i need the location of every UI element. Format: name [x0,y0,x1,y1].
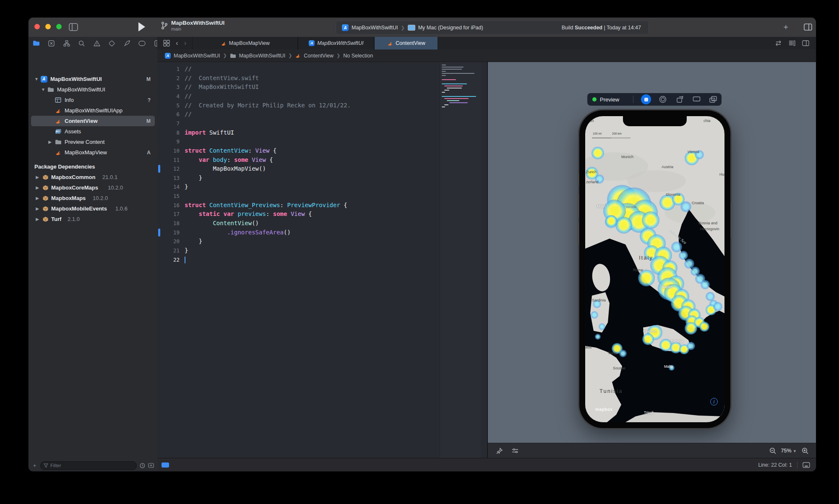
code-line[interactable]: 16struct ContentView_Previews: PreviewPr… [157,201,488,210]
back-chevron-icon[interactable]: ‹ [176,39,178,47]
toggle-navigator-icon[interactable] [69,23,78,31]
sidebar-item-package[interactable]: ▶ MapboxCoreMaps 10.2.0 [31,182,155,193]
disclosure-chevron-icon[interactable]: ▶ [35,175,39,179]
code-line[interactable]: 20 } [157,237,488,246]
disclosure-chevron-icon[interactable]: ▼ [41,87,45,92]
sidebar-item-package[interactable]: ▶ MapboxMaps 10.2.0 [31,193,155,203]
disclosure-chevron-icon[interactable]: ▶ [35,196,39,200]
breakpoint-navigator-icon[interactable] [138,40,146,47]
test-navigator-icon[interactable] [108,40,115,47]
sidebar-item-app-file[interactable]: MapBoxWithSwiftUIApp [31,105,155,116]
code-line[interactable]: 12 MapBoxMapView() [157,164,488,174]
issue-navigator-icon[interactable] [93,40,100,47]
map-label: aba [585,345,591,349]
code-line[interactable]: 18 ContentView() [157,219,488,228]
tab-mapboxmapview[interactable]: MapBoxMapView [192,37,298,49]
swap-editors-icon[interactable] [775,40,782,46]
preview-status-dot [592,97,597,101]
map-info-icon[interactable]: i [710,398,718,405]
preview-canvas: Preview [488,62,816,443]
add-editor-plus-icon[interactable]: ＋ [782,23,789,31]
sidebar-item-project-root[interactable]: ▼ A MapBoxWithSwiftUI M [31,74,155,84]
recent-files-clock-icon[interactable] [140,463,145,468]
scheme-selector[interactable]: A MapBoxWithSwiftUI ❯ My Mac (Designed f… [336,24,489,31]
code-line[interactable]: 22 [157,255,488,265]
debug-navigator-icon[interactable] [123,40,130,47]
full-screen-preview-icon[interactable] [803,462,810,468]
symbol-navigator-icon[interactable] [63,40,70,47]
map-label: Bosnia and [698,221,717,225]
line-number: 22 [157,255,180,265]
zoom-out-icon[interactable] [769,447,776,454]
package-version: 1.0.6 [115,205,128,212]
code-line[interactable]: 11 var body: some View { [157,156,488,165]
code-line[interactable]: 4// [157,92,488,101]
code-line[interactable]: 21} [157,246,488,255]
split-editor-icon[interactable] [802,40,809,46]
editor-minimap[interactable] [440,62,481,458]
code-line[interactable]: 14} [157,182,488,192]
disclosure-chevron-icon[interactable]: ▶ [35,217,39,221]
code-line[interactable]: 2// ContentView.swift [157,74,488,83]
sidebar-item-assets[interactable]: Assets [31,126,155,137]
forward-chevron-icon[interactable]: › [184,39,187,47]
minimap-toggle-icon[interactable] [789,40,795,46]
tab-contentview[interactable]: ContentView [374,37,438,49]
sidebar-item-package[interactable]: ▶ MapboxMobileEvents 1.0.6 [31,203,155,214]
breadcrumb-selection[interactable]: No Selection [343,53,373,59]
titlebar: MapBoxWithSwiftUI main A MapBoxWithSwift… [29,18,816,37]
device-settings-icon[interactable] [690,96,703,103]
sidebar-item-preview-content[interactable]: ▶ Preview Content [31,137,155,147]
breadcrumb-project[interactable]: MapBoxWithSwiftUI [174,53,220,59]
code-line[interactable]: 6// [157,110,488,119]
breadcrumb-file[interactable]: ContentView [304,53,334,59]
add-file-plus-icon[interactable]: ＋ [32,462,37,469]
code-line[interactable]: 9 [157,137,488,146]
code-line[interactable]: 15 [157,192,488,201]
disclosure-chevron-icon[interactable]: ▶ [35,185,39,190]
rotate-device-icon[interactable] [673,96,686,103]
code-line[interactable]: 13 } [157,174,488,183]
disclosure-chevron-icon[interactable]: ▼ [34,77,39,81]
sidebar-item-info[interactable]: Info ? [31,95,155,105]
close-window-button[interactable] [34,24,40,29]
duplicate-preview-icon[interactable] [707,96,719,103]
iphone-screen-map[interactable]: urtchia100 mi200 kmMunichViennaAustriaHu… [585,116,724,422]
minimize-window-button[interactable] [45,24,51,29]
sidebar-item-package[interactable]: ▶ Turf 2.1.0 [31,214,155,224]
editor-layout-icon[interactable] [804,23,812,31]
breadcrumb-group[interactable]: MapBoxWithSwiftUI [239,53,285,59]
sidebar-item-mapboxmapview[interactable]: MapBoxMapView A [31,147,155,158]
related-items-icon[interactable] [163,40,170,47]
code-line[interactable]: 3// MapBoxWithSwiftUI [157,83,488,92]
source-control-navigator-icon[interactable] [48,40,55,47]
disclosure-chevron-icon[interactable]: ▶ [48,140,52,144]
code-line[interactable]: 17 static var previews: some View { [157,210,488,219]
code-line[interactable]: 5// Created by Moritz Philip Recke on 12… [157,101,488,110]
tab-mapboxwithswiftui[interactable]: A MapBoxWithSwiftUI [298,37,374,49]
code-line[interactable]: 8import SwiftUI [157,128,488,138]
code-editor[interactable]: 1//2// ContentView.swift3// MapBoxWithSw… [157,62,488,458]
live-preview-button[interactable] [640,94,652,104]
project-navigator-icon[interactable] [33,40,40,47]
sidebar-item-group[interactable]: ▼ MapBoxWithSwiftUI [31,84,155,95]
build-status[interactable]: Build Succeeded | Today at 14:47 [562,25,649,31]
filter-input[interactable]: Filter [40,461,137,470]
preview-options-icon[interactable] [512,448,519,454]
zoom-level-button[interactable]: 75% ▼ [781,448,797,454]
code-line[interactable]: 10struct ContentView: View { [157,146,488,156]
sidebar-item-contentview[interactable]: ContentView M [31,116,155,126]
code-line[interactable]: 7 [157,119,488,128]
iphone-device-frame: urtchia100 mi200 kmMunichViennaAustriaHu… [579,110,730,428]
sidebar-item-package[interactable]: ▶ MapboxCommon 21.0.1 [31,172,155,182]
code-line[interactable]: 1// [157,65,488,74]
zoom-window-button[interactable] [56,24,62,29]
scm-status-filter-icon[interactable] [148,463,154,468]
selectable-mode-icon[interactable] [657,96,669,103]
code-line[interactable]: 19 .ignoresSafeArea() [157,228,488,237]
disclosure-chevron-icon[interactable]: ▶ [35,206,39,211]
pin-preview-icon[interactable] [496,448,503,454]
zoom-in-icon[interactable] [802,447,808,454]
run-button[interactable] [138,22,145,31]
find-navigator-icon[interactable] [78,40,85,47]
